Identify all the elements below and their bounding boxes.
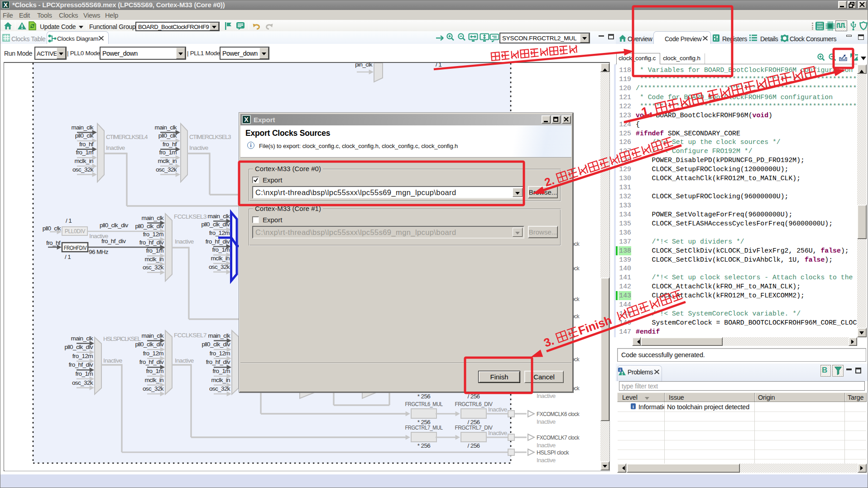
svg-text:* 256: * 256 — [417, 393, 431, 400]
svg-text:pll0_clk: pll0_clk — [158, 132, 177, 139]
svg-text:Inactive: Inactive — [537, 418, 556, 425]
svg-text:fro_1m: fro_1m — [146, 247, 164, 254]
svg-text:mclk_in: mclk_in — [144, 256, 163, 263]
svg-text:main_clk: main_clk — [142, 332, 164, 339]
svg-text:fro_1m: fro_1m — [76, 149, 94, 156]
svg-text:fro_1m: fro_1m — [213, 368, 230, 374]
svg-text:mclk_in: mclk_in — [144, 377, 163, 383]
svg-text:0101: 0101 — [817, 28, 823, 30]
svg-text:96 MHz: 96 MHz — [89, 249, 109, 255]
svg-text:fro_hf_div: fro_hf_div — [101, 238, 126, 244]
svg-text:pll0_clk_div: pll0_clk_div — [100, 222, 128, 229]
svg-text:fro_hf_div: fro_hf_div — [69, 361, 93, 368]
svg-text:fro_1m: fro_1m — [212, 246, 230, 253]
svg-text:osc_32k: osc_32k — [72, 379, 93, 386]
svg-text:fro_12m: fro_12m — [143, 231, 164, 238]
svg-text:fro_1m: fro_1m — [76, 370, 93, 377]
svg-text:Inactive: Inactive — [537, 442, 556, 449]
svg-text:FRGCTRL6_DIV: FRGCTRL6_DIV — [455, 401, 493, 407]
svg-text:pll0_clk_div: pll0_clk_div — [135, 223, 163, 230]
svg-text:Inactive: Inactive — [488, 430, 507, 436]
svg-text:FXCOMCLK7 clock: FXCOMCLK7 clock — [537, 434, 580, 441]
svg-text:Inactive: Inactive — [189, 144, 208, 151]
svg-text:osc_32k: osc_32k — [143, 264, 164, 271]
svg-text:Inactive: Inactive — [175, 238, 194, 245]
svg-text:fro_12m: fro_12m — [143, 350, 164, 357]
svg-text:CTIMERCLKSEL3: CTIMERCLKSEL3 — [189, 134, 231, 140]
svg-text:FRGCTRL7_MUL: FRGCTRL7_MUL — [405, 424, 443, 431]
svg-text:mclk_in: mclk_in — [74, 158, 93, 164]
svg-text:pll0_clk_div: pll0_clk_div — [64, 344, 93, 350]
svg-text:main_clk: main_clk — [208, 332, 230, 339]
svg-text:/ 256: / 256 — [467, 393, 480, 400]
svg-text:FRGCTRL6_MUL: FRGCTRL6_MUL — [405, 401, 443, 407]
svg-text:mclk_in: mclk_in — [211, 377, 230, 383]
svg-text:pll0_clk_div: pll0_clk_div — [201, 221, 230, 228]
svg-text:pin_clk: pin_clk — [355, 63, 373, 68]
svg-text:main_clk: main_clk — [142, 215, 164, 221]
svg-text:fro_hf: fro_hf — [46, 239, 61, 246]
svg-text:/ 1: / 1 — [66, 217, 72, 224]
svg-text:fro_hf_div: fro_hf_div — [206, 238, 230, 245]
svg-text:osc_32k: osc_32k — [209, 263, 230, 270]
svg-text:main_clk: main_clk — [72, 124, 94, 131]
svg-text:FCCLKSEL7: FCCLKSEL7 — [174, 332, 206, 339]
svg-text:fro_1m: fro_1m — [146, 368, 164, 374]
svg-text:fro_12m: fro_12m — [209, 230, 230, 236]
svg-text:Inactive: Inactive — [106, 144, 125, 151]
svg-text:FCCLKSEL3: FCCLKSEL3 — [174, 213, 206, 220]
svg-text:/ 256: / 256 — [467, 442, 480, 449]
svg-text:fro_hf: fro_hf — [163, 141, 177, 148]
svg-text:pll0_clk_div: pll0_clk_div — [135, 341, 163, 348]
svg-text:fro_1m: fro_1m — [159, 149, 177, 156]
svg-text:osc_32k: osc_32k — [209, 385, 230, 392]
svg-text:osc_32k: osc_32k — [156, 166, 177, 173]
svg-text:/ 1: / 1 — [436, 63, 441, 68]
svg-text:fro_hf_div: fro_hf_div — [139, 359, 164, 365]
svg-text:fro_hf: fro_hf — [79, 141, 94, 148]
svg-text:fro_12m: fro_12m — [72, 353, 93, 359]
svg-text:Inactive: Inactive — [175, 357, 194, 364]
svg-text:mclk_in: mclk_in — [211, 255, 230, 262]
svg-text:fro_hf_div: fro_hf_div — [139, 239, 164, 246]
svg-text:* 256: * 256 — [417, 442, 431, 449]
svg-text:Inactive: Inactive — [488, 406, 507, 413]
svg-text:Inactive: Inactive — [537, 392, 556, 399]
svg-text:mclk_in: mclk_in — [158, 158, 177, 164]
svg-text:Inactive: Inactive — [103, 357, 122, 364]
svg-text:pll0_clk_div: pll0_clk_div — [201, 341, 230, 348]
svg-text:PLL0DIV: PLL0DIV — [65, 228, 86, 234]
svg-text:i: i — [633, 404, 634, 409]
svg-text:fro_12m: fro_12m — [210, 350, 230, 357]
svg-text:pll0_clk: pll0_clk — [75, 132, 94, 139]
svg-text:main_clk: main_clk — [208, 213, 230, 220]
svg-text:main_clk: main_clk — [155, 124, 177, 131]
svg-text:osc_32k: osc_32k — [143, 385, 164, 392]
svg-text:HSLSPI clock: HSLSPI clock — [537, 449, 569, 456]
svg-text:osc_32k: osc_32k — [72, 166, 94, 173]
svg-text:FROHFDIV: FROHFDIV — [64, 244, 87, 251]
svg-text:Inactive: Inactive — [537, 457, 556, 464]
svg-text:fro_hf_div: fro_hf_div — [206, 359, 230, 365]
svg-text:FRGCTRL7_DIV: FRGCTRL7_DIV — [455, 424, 493, 431]
svg-text:/ 1: / 1 — [65, 254, 71, 260]
svg-text:main_clk: main_clk — [71, 335, 93, 342]
svg-text:CTIMERCLKSEL4: CTIMERCLKSEL4 — [106, 134, 148, 140]
svg-text:FXCOMCLK6 clock: FXCOMCLK6 clock — [537, 411, 580, 417]
